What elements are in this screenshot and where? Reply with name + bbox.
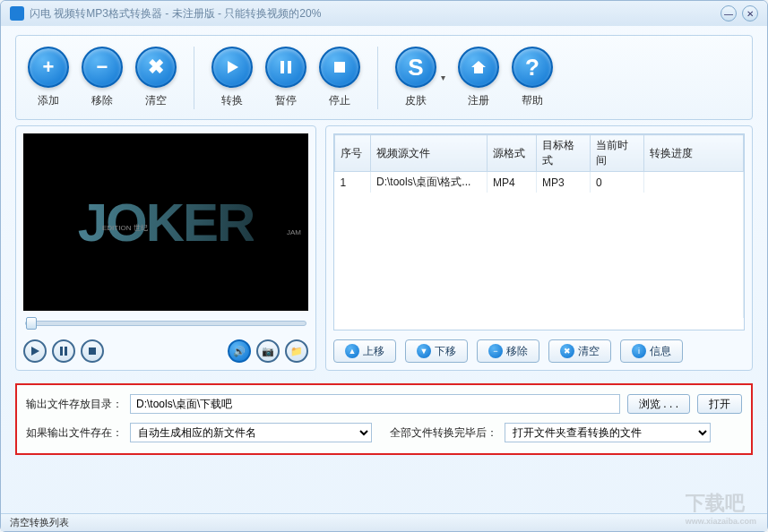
svg-rect-2	[288, 61, 291, 73]
svg-rect-3	[334, 62, 345, 73]
pause-button[interactable]: 暂停	[261, 47, 311, 108]
outdir-input[interactable]	[130, 394, 620, 414]
clear-button[interactable]: ✖ 清空	[131, 47, 181, 108]
svg-marker-4	[471, 61, 486, 73]
skin-dropdown[interactable]: ▾	[441, 73, 450, 82]
main-toolbar: + 添加 − 移除 ✖ 清空 转换 暂停 停止 S 皮肤 ▾	[15, 35, 753, 120]
after-label: 全部文件转换完毕后：	[390, 425, 497, 441]
question-icon: ?	[525, 54, 539, 82]
list-clear-button[interactable]: ✖清空	[548, 339, 611, 363]
skin-icon: S	[408, 54, 423, 82]
stop-icon	[88, 347, 97, 356]
player-pause-button[interactable]	[52, 339, 75, 363]
list-remove-button[interactable]: −移除	[477, 339, 539, 363]
pause-icon	[59, 347, 68, 356]
file-table[interactable]: 序号 视频源文件 源格式 目标格式 当前时间 转换进度 1 D:\tools\桌…	[333, 133, 745, 330]
open-button[interactable]: 打开	[697, 394, 742, 414]
move-up-button[interactable]: ▲上移	[333, 339, 396, 363]
player-controls: 🔊 📷 📁	[23, 336, 308, 363]
skin-button[interactable]: S 皮肤	[391, 47, 441, 108]
pause-icon	[278, 59, 294, 75]
poster-badge-left: EDITION 世纪	[102, 223, 148, 233]
settings-panel: 输出文件存放目录： 浏览 . . . 打开 如果输出文件存在： 自动生成相应的新…	[15, 383, 753, 455]
svg-rect-7	[65, 347, 67, 356]
preview-panel: JOKER EDITION 世纪 JAM 🔊 📷 📁	[15, 125, 316, 371]
after-select[interactable]: 打开文件夹查看转换的文件	[505, 423, 711, 442]
remove-button[interactable]: − 移除	[77, 47, 127, 108]
outdir-label: 输出文件存放目录：	[26, 397, 123, 412]
add-button[interactable]: + 添加	[23, 47, 73, 108]
snapshot-button[interactable]: 📷	[256, 339, 280, 363]
close-button[interactable]: ✕	[742, 5, 758, 21]
convert-button[interactable]: 转换	[207, 47, 257, 108]
col-srcfmt[interactable]: 源格式	[488, 135, 537, 172]
svg-marker-5	[31, 347, 39, 356]
svg-marker-0	[228, 61, 238, 73]
window-title: 闪电 视频转MP3格式转换器 - 未注册版 - 只能转换视频的20%	[30, 6, 321, 21]
col-progress[interactable]: 转换进度	[644, 135, 744, 172]
col-source[interactable]: 视频源文件	[371, 135, 488, 172]
up-icon: ▲	[345, 344, 359, 358]
play-icon	[30, 347, 39, 356]
svg-rect-8	[89, 348, 96, 355]
svg-rect-6	[60, 347, 63, 356]
player-stop-button[interactable]	[81, 339, 104, 363]
app-window: 闪电 视频转MP3格式转换器 - 未注册版 - 只能转换视频的20% — ✕ +…	[0, 0, 768, 532]
statusbar: 清空转换列表	[1, 513, 767, 531]
register-button[interactable]: 注册	[453, 47, 504, 108]
seek-slider[interactable]	[23, 311, 308, 336]
browse-button[interactable]: 浏览 . . .	[627, 394, 690, 414]
separator	[194, 47, 194, 109]
exists-label: 如果输出文件存在：	[26, 425, 123, 441]
app-icon	[10, 6, 24, 21]
down-icon: ▼	[417, 344, 431, 358]
exists-select[interactable]: 自动生成相应的新文件名	[130, 423, 372, 442]
minus-icon: −	[97, 56, 108, 79]
svg-rect-1	[280, 61, 284, 73]
col-curtime[interactable]: 当前时间	[591, 135, 644, 172]
info-button[interactable]: i信息	[620, 339, 683, 363]
x-icon: ✖	[560, 344, 574, 358]
x-icon: ✖	[148, 56, 164, 79]
video-preview[interactable]: JOKER EDITION 世纪 JAM	[23, 133, 308, 311]
move-down-button[interactable]: ▼下移	[405, 339, 468, 363]
content-area: JOKER EDITION 世纪 JAM 🔊 📷 📁	[1, 125, 767, 371]
home-icon	[470, 58, 488, 76]
titlebar: 闪电 视频转MP3格式转换器 - 未注册版 - 只能转换视频的20% — ✕	[1, 1, 767, 26]
play-icon	[224, 59, 240, 75]
stop-button[interactable]: 停止	[315, 47, 365, 108]
player-play-button[interactable]	[23, 339, 47, 363]
status-text: 清空转换列表	[10, 517, 69, 528]
info-icon: i	[632, 344, 646, 358]
col-dstfmt[interactable]: 目标格式	[537, 135, 591, 172]
poster-text: JOKER	[78, 192, 255, 253]
poster-badge-right: JAM	[287, 228, 301, 236]
list-controls: ▲上移 ▼下移 −移除 ✖清空 i信息	[333, 330, 745, 363]
minimize-button[interactable]: —	[721, 5, 737, 21]
stop-icon	[332, 59, 348, 75]
open-folder-button[interactable]: 📁	[285, 339, 308, 363]
help-button[interactable]: ? 帮助	[507, 47, 557, 108]
table-row[interactable]: 1 D:\tools\桌面\格式... MP4 MP3 0	[335, 172, 744, 193]
col-index[interactable]: 序号	[335, 135, 371, 172]
file-list-panel: 序号 视频源文件 源格式 目标格式 当前时间 转换进度 1 D:\tools\桌…	[325, 125, 753, 371]
volume-button[interactable]: 🔊	[228, 339, 251, 363]
slider-thumb[interactable]	[26, 317, 37, 330]
table-header-row: 序号 视频源文件 源格式 目标格式 当前时间 转换进度	[335, 135, 744, 172]
minus-icon: −	[488, 344, 503, 358]
separator	[377, 47, 378, 109]
plus-icon: +	[43, 56, 55, 79]
